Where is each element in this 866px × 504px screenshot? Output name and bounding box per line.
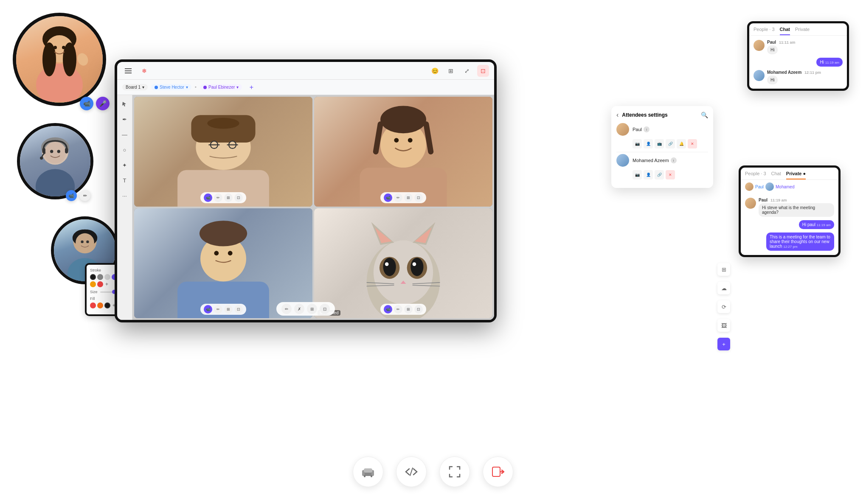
bc-draw-btn[interactable]: ✏ [281, 304, 292, 314]
right-icon-4[interactable]: 🖼 [717, 319, 730, 332]
code-btn[interactable] [396, 456, 427, 487]
tab-chat-private[interactable]: Chat [771, 171, 781, 179]
select-tool[interactable] [120, 99, 129, 109]
msg-sent-1: Hi 11:19 am [754, 58, 843, 67]
tab-people-private[interactable]: People · 3 [745, 171, 766, 179]
attendees-back-btn[interactable]: ‹ [616, 111, 619, 119]
line-tool[interactable]: — [120, 130, 129, 139]
svg-rect-70 [364, 475, 366, 477]
svg-rect-71 [371, 475, 372, 477]
tab-private-active[interactable]: Private ● [786, 171, 806, 179]
paul-msg-content: Paul 11:11 am Hi [767, 40, 843, 54]
fill-black[interactable] [104, 302, 110, 308]
color-black[interactable] [90, 274, 96, 280]
paul-avatar [616, 123, 629, 136]
mic-badge-user1[interactable]: 🎤 [96, 97, 110, 110]
more-tools[interactable]: ··· [120, 191, 129, 200]
vc4-edit-btn[interactable]: ✏ [394, 305, 402, 314]
svg-point-7 [62, 46, 65, 49]
color-yellow[interactable] [90, 281, 96, 287]
mohamed-link-btn[interactable]: 🔗 [655, 170, 664, 179]
color-red[interactable] [97, 281, 103, 287]
vc1-grid-btn[interactable]: ⊞ [224, 193, 233, 202]
paul-screen-btn[interactable]: 📺 [655, 139, 664, 148]
mohamed-video-btn[interactable]: 📷 [633, 170, 642, 179]
mohamed-actions: 📷 👤 🔗 ✕ [633, 170, 708, 179]
tab-private[interactable]: Private [795, 27, 810, 35]
color-lightgray[interactable] [104, 274, 110, 280]
paul-remove-btn[interactable]: ✕ [688, 139, 697, 148]
menu-icon[interactable] [122, 65, 134, 77]
sofa-btn[interactable] [353, 456, 383, 487]
mohamed-remove-btn[interactable]: ✕ [666, 170, 675, 179]
board-tag[interactable]: Board 1 ▾ [122, 84, 148, 90]
mohamed-info-badge[interactable]: i [671, 157, 677, 163]
vc1-video-btn[interactable]: 📹 [204, 193, 212, 202]
bc-expand-btn[interactable]: ⊡ [320, 304, 330, 314]
svg-rect-69 [364, 468, 372, 473]
svg-point-11 [44, 142, 66, 164]
paul-notif-btn[interactable]: 🔔 [677, 139, 686, 148]
star-tool[interactable]: ✦ [120, 160, 129, 170]
vc4-grid-btn[interactable]: ⊞ [404, 305, 413, 314]
right-add-btn[interactable]: + [717, 338, 730, 350]
right-icon-2[interactable]: ☁ [717, 282, 730, 294]
vc1-edit-btn[interactable]: ✏ [214, 193, 222, 202]
mohamed-msg-avatar [754, 70, 765, 81]
fill-red[interactable] [90, 302, 96, 308]
vc2-grid-btn[interactable]: ⊞ [404, 193, 413, 202]
mohamed-user-btn[interactable]: 👤 [644, 170, 653, 179]
right-icon-1[interactable]: ⊞ [717, 263, 730, 276]
sent-msg-bubble: Hi 11:19 am [816, 58, 843, 67]
attendees-search-btn[interactable]: 🔍 [701, 112, 708, 118]
board-dropdown: ▾ [142, 85, 144, 90]
toolbar: Board 1 ▾ Steve Hector ▾ • Paul Ebinezer… [117, 80, 494, 95]
fill-orange[interactable] [97, 302, 103, 308]
sent-msg-content: Hi 11:19 am [816, 58, 843, 67]
vc1-expand-btn[interactable]: ⊡ [234, 193, 243, 202]
vc4-expand-btn[interactable]: ⊡ [414, 305, 423, 314]
add-color-btn[interactable]: + [105, 281, 108, 287]
private-chat-participants: Paul Mohamed [741, 180, 838, 193]
scan-btn[interactable] [439, 456, 470, 487]
right-icon-3[interactable]: ⟳ [717, 300, 730, 313]
svg-rect-26 [125, 68, 132, 69]
bc-clear-btn[interactable]: ✗ [294, 304, 304, 314]
right-side-icons: ⊞ ☁ ⟳ 🖼 + [717, 263, 730, 350]
grid-icon[interactable]: ⊞ [445, 65, 457, 77]
add-user-btn[interactable]: + [245, 81, 257, 93]
video-badge-user1[interactable]: 📹 [80, 97, 93, 110]
color-gray[interactable] [97, 274, 103, 280]
vc3-edit-btn[interactable]: ✏ [214, 305, 222, 314]
edit-badge-user2[interactable]: ✏ [79, 190, 90, 201]
paul-video-btn[interactable]: 📷 [633, 139, 642, 148]
vc3-expand-btn[interactable]: ⊡ [234, 305, 243, 314]
paul-user-btn[interactable]: 👤 [644, 139, 653, 148]
vc2-video-btn[interactable]: 📹 [384, 193, 392, 202]
bc-grid-btn[interactable]: ⊞ [307, 304, 317, 314]
exit-icon[interactable]: ⊡ [477, 65, 489, 77]
vc3-grid-btn[interactable]: ⊞ [224, 305, 233, 314]
vc3-video-btn[interactable]: 📹 [204, 305, 212, 314]
private-paul-sender: Paul 11:19 am [759, 198, 834, 202]
emoji-icon[interactable]: 😊 [429, 65, 441, 77]
chat-main-tabs: People · 3 Chat Private [749, 23, 847, 36]
user2-tag[interactable]: Paul Ebinezer ▾ [200, 84, 242, 90]
tab-chat[interactable]: Chat [780, 27, 790, 35]
video-badge-user2[interactable]: 📹 [66, 190, 77, 201]
exit-btn[interactable] [483, 456, 513, 487]
avatar-user1-badges: 📹 🎤 [80, 97, 110, 110]
vc2-expand-btn[interactable]: ⊡ [414, 193, 423, 202]
vc2-edit-btn[interactable]: ✏ [394, 193, 402, 202]
tab-people[interactable]: People · 3 [754, 27, 775, 35]
shape-tool[interactable]: ○ [120, 145, 129, 154]
video-cell-1: 📹 ✏ ⊞ ⊡ [134, 97, 312, 207]
vc4-video-btn[interactable]: 📹 [384, 305, 392, 314]
text-tool[interactable]: T [120, 176, 129, 185]
pen-tool[interactable]: ✒ [120, 115, 129, 124]
paul-link-btn[interactable]: 🔗 [666, 139, 675, 148]
paul-info-badge[interactable]: i [644, 126, 650, 132]
expand-icon[interactable]: ⤢ [461, 65, 473, 77]
user1-tag[interactable]: Steve Hector ▾ [151, 84, 191, 90]
svg-point-17 [40, 157, 43, 160]
